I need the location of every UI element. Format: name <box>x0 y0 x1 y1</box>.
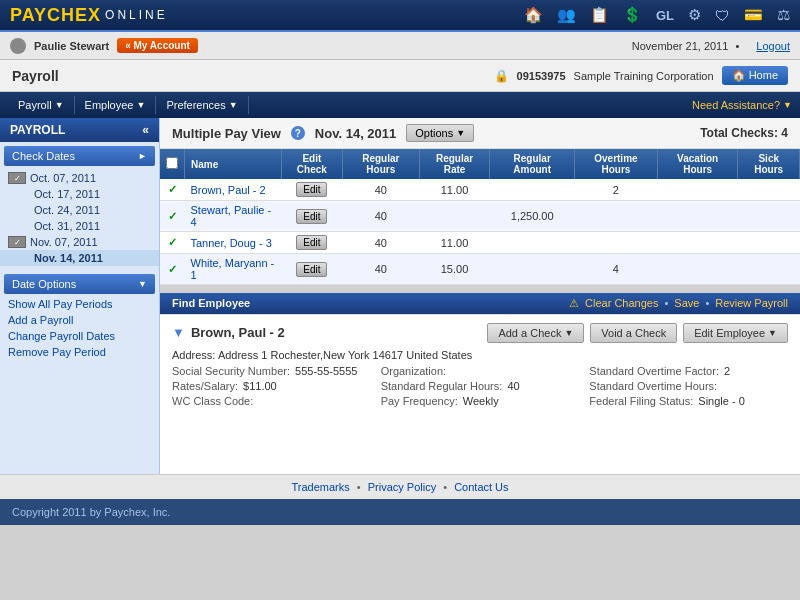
edit-cell: Edit <box>281 232 342 254</box>
help-icon[interactable]: ? <box>291 126 305 140</box>
trademarks-link[interactable]: Trademarks <box>291 481 349 493</box>
add-a-payroll-link[interactable]: Add a Payroll <box>0 312 159 328</box>
copyright-bar: Copyright 2011 by Paychex, Inc. <box>0 499 800 525</box>
row-checkbox-cell: ✓ <box>160 201 185 232</box>
clear-changes-link[interactable]: Clear Changes <box>585 297 658 309</box>
edit-button[interactable]: Edit <box>296 235 327 250</box>
page-title: Payroll <box>12 68 59 84</box>
shield-nav-icon[interactable]: 🛡 <box>715 7 730 24</box>
vac-hours-cell <box>657 254 738 285</box>
find-employee-bar: Find Employee ⚠ Clear Changes • Save • R… <box>160 293 800 314</box>
remove-pay-period-link[interactable]: Remove Pay Period <box>0 344 159 360</box>
online-logo-text: ONLINE <box>105 8 168 22</box>
reg-hours-cell: 40 <box>342 232 419 254</box>
payroll-table: Name Edit Check Regular Hours Regular Ra… <box>160 149 800 285</box>
employee-name-cell[interactable]: White, Maryann - 1 <box>185 254 282 285</box>
pay-freq-field: Pay Frequency: Weekly <box>381 395 580 407</box>
page-header-bar: Payroll 🔒 09153975 Sample Training Corpo… <box>0 60 800 92</box>
check-mark-icon: ✓ <box>168 236 177 248</box>
reg-amount-cell <box>490 179 575 201</box>
employee-name-cell[interactable]: Brown, Paul - 2 <box>185 179 282 201</box>
need-assistance-link[interactable]: Need Assistance? ▼ <box>692 99 792 111</box>
reports-nav-icon[interactable]: 📋 <box>590 6 609 24</box>
home-nav-icon[interactable]: 🏠 <box>524 6 543 24</box>
check-date-row[interactable]: Oct. 24, 2011 <box>0 202 159 218</box>
nav-employee[interactable]: Employee ▼ <box>75 96 157 114</box>
nav-payroll[interactable]: Payroll ▼ <box>8 96 75 114</box>
col-header-vac-hours: Vacation Hours <box>657 149 738 179</box>
vac-hours-cell <box>657 179 738 201</box>
save-link[interactable]: Save <box>674 297 699 309</box>
gl-nav-icon[interactable]: GL <box>656 8 674 23</box>
reg-amount-cell <box>490 254 575 285</box>
check-mark-icon: ✓ <box>168 183 177 195</box>
check-date-row[interactable]: ✓ Oct. 07, 2011 <box>0 170 159 186</box>
warning-icon: ⚠ <box>569 297 579 310</box>
col-header-reg-hours: Regular Hours <box>342 149 419 179</box>
employee-name-cell[interactable]: Stewart, Paulie - 4 <box>185 201 282 232</box>
logout-link[interactable]: Logout <box>756 40 790 52</box>
change-payroll-dates-link[interactable]: Change Payroll Dates <box>0 328 159 344</box>
sick-hours-cell <box>738 201 800 232</box>
footer-separator: • <box>357 481 361 493</box>
separator: • <box>664 297 668 309</box>
row-checkbox-cell: ✓ <box>160 232 185 254</box>
check-icon: ✓ <box>8 236 26 248</box>
reg-hours-cell: 40 <box>342 254 419 285</box>
action-links-group: ⚠ Clear Changes • Save • Review Payroll <box>569 297 788 310</box>
check-date-row[interactable]: Oct. 17, 2011 <box>0 186 159 202</box>
home-button[interactable]: 🏠 Home <box>722 66 788 85</box>
col-header-sick-hours: Sick Hours <box>738 149 800 179</box>
show-all-pay-periods-link[interactable]: Show All Pay Periods <box>0 296 159 312</box>
check-dates-header[interactable]: Check Dates ► <box>4 146 155 166</box>
company-name: Sample Training Corporation <box>574 70 714 82</box>
check-date-row[interactable]: Oct. 31, 2011 <box>0 218 159 234</box>
separator: • <box>705 297 709 309</box>
app-header: PAYCHEX ONLINE 🏠 👥 📋 💲 GL ⚙ 🛡 💳 ⚖ <box>0 0 800 32</box>
users-nav-icon[interactable]: 👥 <box>557 6 576 24</box>
edit-employee-button[interactable]: Edit Employee▼ <box>683 323 788 343</box>
edit-button[interactable]: Edit <box>296 209 327 224</box>
header-nav-icons: 🏠 👥 📋 💲 GL ⚙ 🛡 💳 ⚖ <box>524 6 790 24</box>
view-title: Multiple Pay View <box>172 126 281 141</box>
privacy-policy-link[interactable]: Privacy Policy <box>368 481 436 493</box>
edit-button[interactable]: Edit <box>296 182 327 197</box>
reg-rate-cell <box>419 201 490 232</box>
void-check-button[interactable]: Void a Check <box>590 323 677 343</box>
app-logo: PAYCHEX ONLINE <box>10 5 168 26</box>
address-row: Address: Address 1 Rochester,New York 14… <box>172 349 788 361</box>
footer-separator: • <box>443 481 447 493</box>
row-checkbox-cell: ✓ <box>160 254 185 285</box>
employee-detail-name[interactable]: ▼ Brown, Paul - 2 <box>172 325 285 340</box>
review-payroll-link[interactable]: Review Payroll <box>715 297 788 309</box>
sick-hours-cell <box>738 254 800 285</box>
options-button[interactable]: Options▼ <box>406 124 474 142</box>
scale-nav-icon[interactable]: ⚖ <box>777 6 790 24</box>
company-id: 09153975 <box>517 70 566 82</box>
check-date-row[interactable]: ✓ Nov. 07, 2011 <box>0 234 159 250</box>
add-check-button[interactable]: Add a Check▼ <box>487 323 584 343</box>
card-nav-icon[interactable]: 💳 <box>744 6 763 24</box>
std-hours-field: Standard Regular Hours: 40 <box>381 380 580 392</box>
col-header-check <box>160 149 185 179</box>
sick-hours-cell <box>738 179 800 201</box>
employee-name-cell[interactable]: Tanner, Doug - 3 <box>185 232 282 254</box>
nav-preferences[interactable]: Preferences ▼ <box>156 96 248 114</box>
fed-filing-field: Federal Filing Status: Single - 0 <box>589 395 788 407</box>
money-nav-icon[interactable]: 💲 <box>623 6 642 24</box>
table-row: ✓ Brown, Paul - 2 Edit 40 11.00 2 <box>160 179 800 201</box>
reg-amount-cell <box>490 232 575 254</box>
payroll-table-container: Name Edit Check Regular Hours Regular Ra… <box>160 149 800 293</box>
user-info: Paulie Stewart « My Account <box>10 38 198 54</box>
select-all-checkbox[interactable] <box>166 157 178 169</box>
expand-icon: ▼ <box>172 325 185 340</box>
sidebar-collapse-icon[interactable]: « <box>142 123 149 137</box>
check-date-row-active[interactable]: Nov. 14, 2011 <box>0 250 159 266</box>
date-options-header[interactable]: Date Options ▼ <box>4 274 155 294</box>
contact-us-link[interactable]: Contact Us <box>454 481 508 493</box>
settings-nav-icon[interactable]: ⚙ <box>688 6 701 24</box>
my-account-button[interactable]: « My Account <box>117 38 198 53</box>
edit-button[interactable]: Edit <box>296 262 327 277</box>
reg-rate-cell: 15.00 <box>419 254 490 285</box>
ot-hours-cell <box>574 201 657 232</box>
